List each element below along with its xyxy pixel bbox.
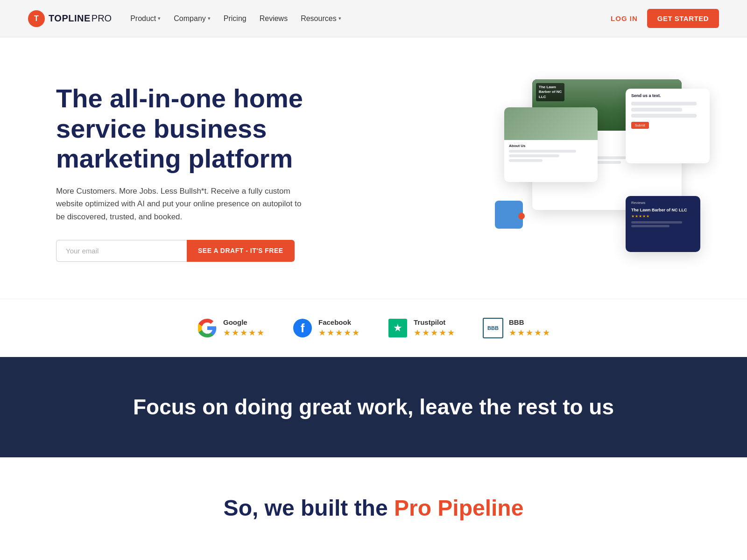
bottom-title-highlight: Pro Pipeline — [394, 496, 523, 520]
nav-reviews[interactable]: Reviews — [260, 14, 288, 23]
hero-content: The all-in-one home service business mar… — [56, 84, 336, 262]
hero-section: The all-in-one home service business mar… — [0, 37, 747, 299]
facebook-name: Facebook — [318, 318, 359, 326]
bbb-stars: ★ ★ ★ ★ ★ — [509, 328, 550, 338]
nav-product[interactable]: Product ▾ — [130, 14, 161, 23]
small-card-body: Reviews The Lawn Barber of NC LLC ★ ★ ★ … — [626, 196, 700, 233]
star-icon: ★ — [509, 328, 516, 338]
facebook-rating-info: Facebook ★ ★ ★ ★ ★ — [318, 318, 359, 338]
small-card-label: Reviews — [631, 201, 695, 205]
bbb-rating-info: BBB ★ ★ ★ ★ ★ — [509, 318, 550, 338]
star-icon: ★ — [631, 214, 634, 218]
trustpilot-logo: ★ — [388, 318, 408, 338]
navbar-right: LOG IN GET STARTED — [611, 9, 719, 28]
facebook-logo: f — [292, 318, 313, 338]
star-icon: ★ — [543, 328, 550, 338]
bottom-title: So, we built the Pro Pipeline — [28, 495, 719, 522]
nav-company[interactable]: Company ▾ — [174, 14, 210, 23]
chevron-down-icon: ▾ — [158, 15, 161, 21]
about-row — [509, 154, 559, 157]
facebook-rating: f Facebook ★ ★ ★ ★ ★ — [292, 318, 359, 338]
logo-pro: PRO — [92, 13, 112, 24]
bbb-icon: BBB — [483, 318, 503, 338]
mockup-container: The LawnBarber of NCLLC Reviews ★ ★ ★ ★ … — [486, 79, 710, 266]
hero-description: More Customers. More Jobs. Less Bullsh*t… — [56, 185, 308, 223]
about-row — [509, 159, 543, 162]
logo[interactable]: T TOPLINE PRO — [28, 10, 112, 27]
google-name: Google — [223, 318, 264, 326]
red-dot-icon — [518, 213, 525, 219]
star-icon: ★ — [327, 328, 334, 338]
star-icon: ★ — [352, 328, 359, 338]
input-mock — [631, 102, 697, 105]
star-icon: ★ — [642, 214, 646, 218]
hero-mockup: The LawnBarber of NCLLC Reviews ★ ★ ★ ★ … — [486, 79, 710, 266]
nav-resources[interactable]: Resources ▾ — [301, 14, 341, 23]
star-icon: ★ — [344, 328, 351, 338]
small-stars: ★ ★ ★ ★ ★ — [631, 214, 695, 218]
navbar: T TOPLINE PRO Product ▾ Company ▾ Pricin… — [0, 0, 747, 37]
small-row — [631, 221, 682, 224]
nav-links: Product ▾ Company ▾ Pricing Reviews Reso… — [130, 14, 341, 23]
bbb-name: BBB — [509, 318, 550, 326]
google-stars: ★ ★ ★ ★ ★ — [223, 328, 264, 338]
bottom-title-start: So, we built the — [224, 496, 388, 520]
small-row — [631, 225, 669, 227]
star-icon: ★ — [223, 328, 231, 338]
star-icon: ★ — [635, 214, 638, 218]
company-name-overlay: The LawnBarber of NCLLC — [536, 83, 564, 101]
send-btn-mock: Submit — [631, 122, 649, 129]
star-icon: ★ — [248, 328, 256, 338]
nav-pricing[interactable]: Pricing — [224, 14, 247, 23]
star-icon: ★ — [447, 328, 455, 338]
star-icon: ★ — [257, 328, 264, 338]
dark-section-title: Focus on doing great work, leave the res… — [28, 394, 719, 420]
google-rating-info: Google ★ ★ ★ ★ ★ — [223, 318, 264, 338]
trustpilot-icon: ★ — [388, 319, 407, 337]
star-icon: ★ — [240, 328, 247, 338]
chevron-down-icon: ▾ — [208, 15, 211, 21]
logo-text: TOPLINE PRO — [49, 13, 112, 24]
trustpilot-rating-info: Trustpilot ★ ★ ★ ★ ★ — [414, 318, 455, 338]
facebook-icon: f — [293, 319, 312, 337]
facebook-stars: ★ ★ ★ ★ ★ — [318, 328, 359, 338]
email-input[interactable] — [56, 240, 187, 262]
star-icon: ★ — [646, 214, 649, 218]
trustpilot-name: Trustpilot — [414, 318, 455, 326]
google-rating: Google ★ ★ ★ ★ ★ — [197, 318, 264, 338]
trustpilot-rating: ★ Trustpilot ★ ★ ★ ★ ★ — [388, 318, 455, 338]
social-proof-section: Google ★ ★ ★ ★ ★ f Facebook ★ ★ ★ ★ ★ — [0, 299, 747, 357]
draft-cta-button[interactable]: SEE A DRAFT - IT'S FREE — [187, 240, 295, 262]
about-row — [509, 150, 576, 153]
bbb-logo: BBB — [483, 318, 503, 338]
mockup-send-text-card: Send us a text. Submit — [626, 89, 710, 163]
star-icon: ★ — [526, 328, 533, 338]
send-text-body: Send us a text. Submit — [626, 89, 710, 133]
about-header-photo — [504, 107, 598, 140]
trustpilot-stars: ★ ★ ★ ★ ★ — [414, 328, 455, 338]
logo-icon: T — [28, 10, 45, 27]
star-icon: ★ — [639, 214, 642, 218]
mockup-about-card: About Us — [504, 107, 598, 182]
chevron-down-icon: ▾ — [338, 15, 341, 21]
get-started-button[interactable]: GET STARTED — [647, 9, 719, 28]
logo-topline: TOPLINE — [49, 13, 91, 24]
login-button[interactable]: LOG IN — [611, 14, 638, 22]
hero-form: SEE A DRAFT - IT'S FREE — [56, 240, 336, 262]
star-icon: ★ — [318, 328, 326, 338]
star-icon: ★ — [534, 328, 542, 338]
star-icon: ★ — [439, 328, 446, 338]
star-icon: ★ — [422, 328, 430, 338]
star-icon: ★ — [414, 328, 421, 338]
input-mock — [631, 114, 697, 118]
bbb-rating: BBB BBB ★ ★ ★ ★ ★ — [483, 318, 550, 338]
star-icon: ★ — [335, 328, 343, 338]
hero-title: The all-in-one home service business mar… — [56, 84, 336, 174]
bottom-section: So, we built the Pro Pipeline — [0, 457, 747, 559]
navbar-left: T TOPLINE PRO Product ▾ Company ▾ Pricin… — [28, 10, 341, 27]
mockup-small-card: Reviews The Lawn Barber of NC LLC ★ ★ ★ … — [626, 196, 700, 252]
small-card-name: The Lawn Barber of NC LLC — [631, 208, 695, 212]
family-photo — [504, 107, 598, 140]
send-title: Send us a text. — [631, 93, 704, 98]
star-icon: ★ — [232, 328, 239, 338]
